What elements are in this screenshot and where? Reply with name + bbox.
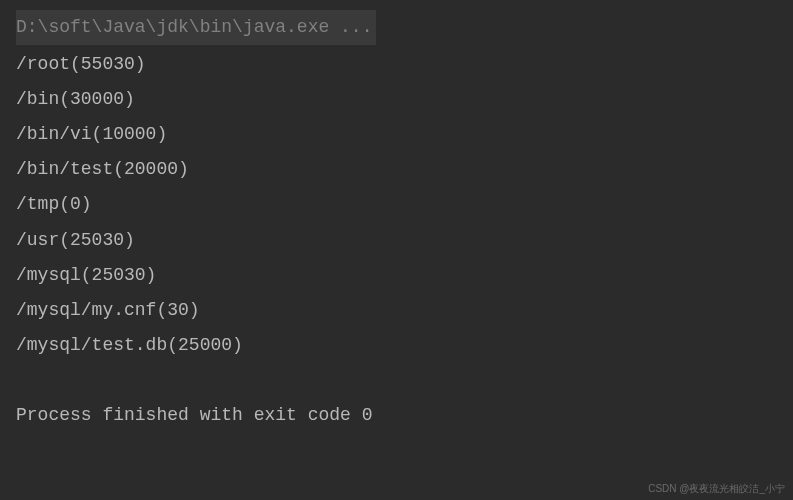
console-output: D:\soft\Java\jdk\bin\java.exe ... /root(… <box>0 0 793 443</box>
output-line: /mysql/my.cnf(30) <box>16 293 777 328</box>
watermark: CSDN @夜夜流光相皎洁_小宁 <box>648 482 785 496</box>
output-line: /root(55030) <box>16 47 777 82</box>
output-line: /bin/vi(10000) <box>16 117 777 152</box>
output-line: /tmp(0) <box>16 187 777 222</box>
output-line: /usr(25030) <box>16 223 777 258</box>
output-line: /bin(30000) <box>16 82 777 117</box>
output-blank-line <box>16 363 777 398</box>
process-finished-line: Process finished with exit code 0 <box>16 398 777 433</box>
output-line: /mysql(25030) <box>16 258 777 293</box>
output-line: /mysql/test.db(25000) <box>16 328 777 363</box>
command-line: D:\soft\Java\jdk\bin\java.exe ... <box>16 10 376 45</box>
output-line: /bin/test(20000) <box>16 152 777 187</box>
